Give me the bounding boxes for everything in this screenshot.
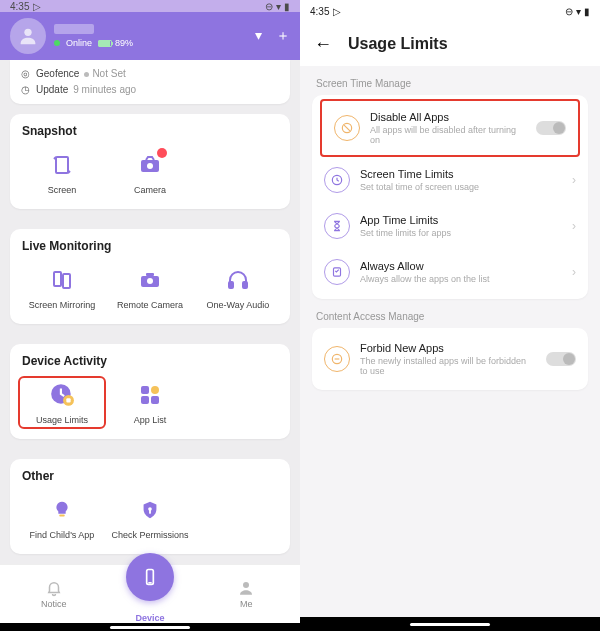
snapshot-title: Snapshot <box>18 124 282 138</box>
profile-header: Online 89% ▾ ＋ <box>0 12 300 60</box>
row-disable-all-apps[interactable]: Disable All Apps All apps will be disabl… <box>322 101 578 155</box>
section-content-access: Content Access Manage <box>300 299 600 328</box>
other-card: Other Find Child's App Check Permissions <box>10 459 290 554</box>
row-always-allow[interactable]: Always Allow Always allow the apps on th… <box>312 249 588 295</box>
disable-title: Disable All Apps <box>370 111 526 123</box>
svg-point-3 <box>147 163 153 169</box>
mirror-icon <box>47 265 77 295</box>
row-forbid-new-apps[interactable]: Forbid New Apps The newly installed apps… <box>312 332 588 386</box>
remote-cam-icon <box>135 265 165 295</box>
svg-point-0 <box>24 29 31 36</box>
chevron-right-icon: › <box>572 173 576 187</box>
mirror-label: Screen Mirroring <box>29 300 96 310</box>
snapshot-camera[interactable]: Camera <box>106 146 194 199</box>
live-audio[interactable]: One-Way Audio <box>194 261 282 314</box>
online-status: Online <box>66 38 92 48</box>
allow-title: Always Allow <box>360 260 562 272</box>
nav-me-label: Me <box>240 599 253 609</box>
play-icon: ▷ <box>33 1 41 12</box>
disable-toggle[interactable] <box>536 121 566 135</box>
disable-icon <box>334 115 360 141</box>
profile-name <box>54 24 94 34</box>
section-screen-time: Screen Time Manage <box>300 66 600 95</box>
page-title: Usage Limits <box>348 35 448 53</box>
svg-rect-8 <box>146 273 154 276</box>
applist-label: App List <box>134 415 167 425</box>
snapshot-card: Snapshot Screen Camera <box>10 114 290 209</box>
battery-icon: ▮ <box>584 6 590 17</box>
hourglass-icon <box>324 213 350 239</box>
add-icon[interactable]: ＋ <box>276 27 290 45</box>
screen-time-card: Disable All Apps All apps will be disabl… <box>312 95 588 299</box>
stl-title: Screen Time Limits <box>360 168 562 180</box>
svg-rect-10 <box>243 282 247 288</box>
audio-label: One-Way Audio <box>207 300 270 310</box>
svg-rect-13 <box>66 398 70 402</box>
forbid-sub: The newly installed apps will be forbidd… <box>360 356 536 376</box>
page-header: ← Usage Limits <box>300 22 600 66</box>
person-icon <box>237 579 255 597</box>
nav-device[interactable]: Device <box>126 565 174 623</box>
live-remote-cam[interactable]: Remote Camera <box>106 261 194 314</box>
avatar[interactable] <box>10 18 46 54</box>
camera-badge-icon <box>157 148 167 158</box>
headphones-icon <box>223 265 253 295</box>
nav-notice-label: Notice <box>41 599 67 609</box>
svg-point-23 <box>243 582 249 588</box>
nav-notice[interactable]: Notice <box>19 579 89 609</box>
battery-bar-icon <box>98 40 112 47</box>
status-bar: 4:35 ▷ ⊖ ▾ ▮ <box>300 0 600 22</box>
svg-point-7 <box>147 278 153 284</box>
svg-line-25 <box>344 125 350 131</box>
atl-sub: Set time limits for apps <box>360 228 562 238</box>
dropdown-icon[interactable]: ▾ <box>255 27 262 45</box>
other-find[interactable]: Find Child's App <box>18 491 106 544</box>
atl-title: App Time Limits <box>360 214 562 226</box>
svg-rect-14 <box>141 386 149 394</box>
activity-applist[interactable]: App List <box>106 376 194 429</box>
lightbulb-icon <box>47 495 77 525</box>
screen-icon <box>47 150 77 180</box>
forbid-title: Forbid New Apps <box>360 342 536 354</box>
stl-sub: Set total time of screen usage <box>360 182 562 192</box>
svg-rect-9 <box>229 282 233 288</box>
shield-icon <box>135 495 165 525</box>
other-permissions[interactable]: Check Permissions <box>106 491 194 544</box>
svg-rect-5 <box>63 274 70 288</box>
snapshot-screen[interactable]: Screen <box>18 146 106 199</box>
dnd-icon: ⊖ <box>265 1 273 12</box>
online-dot-icon <box>54 40 60 46</box>
remote-cam-label: Remote Camera <box>117 300 183 310</box>
status-strip: ◎ Geofence Not Set ◷ Update 9 minutes ag… <box>10 60 290 104</box>
svg-rect-18 <box>59 515 65 517</box>
wifi-icon: ▾ <box>276 1 281 12</box>
activity-title: Device Activity <box>18 354 282 368</box>
activity-card: Device Activity Usage Limits App List <box>10 344 290 439</box>
perm-label: Check Permissions <box>111 530 188 540</box>
live-mirror[interactable]: Screen Mirroring <box>18 261 106 314</box>
applist-icon <box>135 380 165 410</box>
activity-usage-limits[interactable]: Usage Limits <box>18 376 106 429</box>
update-label: Update <box>36 82 68 98</box>
allow-sub: Always allow the apps on the list <box>360 274 562 284</box>
clock-limit-icon <box>324 167 350 193</box>
nav-me[interactable]: Me <box>211 579 281 609</box>
back-icon[interactable]: ← <box>314 34 332 55</box>
live-card: Live Monitoring Screen Mirroring Remote … <box>10 229 290 324</box>
geofence-icon: ◎ <box>20 69 31 80</box>
screen-label: Screen <box>48 185 77 195</box>
left-screen: 4:35 ▷ ⊖ ▾ ▮ Online 89% <box>0 0 300 631</box>
forbid-toggle[interactable] <box>546 352 576 366</box>
content-access-card: Forbid New Apps The newly installed apps… <box>312 328 588 390</box>
system-nav-bar <box>300 617 600 631</box>
nav-device-label: Device <box>135 613 164 623</box>
row-app-time-limits[interactable]: App Time Limits Set time limits for apps… <box>312 203 588 249</box>
disable-sub: All apps will be disabled after turning … <box>370 125 526 145</box>
svg-rect-4 <box>54 272 61 286</box>
camera-icon <box>135 150 165 180</box>
row-screen-time-limits[interactable]: Screen Time Limits Set total time of scr… <box>312 157 588 203</box>
bell-icon <box>45 579 63 597</box>
usage-label: Usage Limits <box>36 415 88 425</box>
allow-icon <box>324 259 350 285</box>
chevron-right-icon: › <box>572 265 576 279</box>
